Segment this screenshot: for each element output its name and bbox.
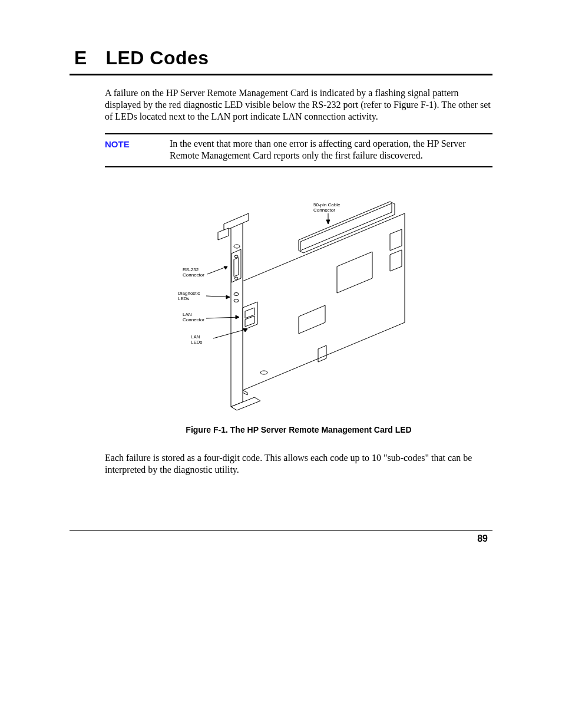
title-rule (70, 74, 492, 75)
footer-rule (70, 530, 492, 531)
figure-container: 50-pin CableConnector RS-232Connector Di… (105, 178, 492, 417)
body-content: A failure on the HP Server Remote Manage… (105, 87, 492, 476)
chapter-heading: E LED Codes (70, 47, 492, 69)
label-rs232: RS-232Connector (183, 267, 204, 278)
chapter-title-text: LED Codes (105, 47, 209, 68)
paragraph-after-figure: Each failure is stored as a four-digit c… (105, 452, 492, 476)
document-page: E LED Codes A failure on the HP Server R… (0, 0, 562, 728)
card-diagram-icon: 50-pin CableConnector RS-232Connector Di… (172, 178, 425, 414)
label-50pin-cable: 50-pin CableConnector (313, 202, 340, 213)
appendix-letter: E (74, 47, 100, 69)
note-box: NOTE In the event that more than one err… (105, 133, 492, 167)
label-lan-connector: LANConnector (183, 312, 204, 322)
page-number: 89 (477, 533, 488, 544)
label-lan-leds: LANLEDs (191, 334, 203, 345)
figure-caption: Figure F-1. The HP Server Remote Managem… (105, 425, 492, 436)
note-text: In the event that more than one error is… (170, 138, 492, 162)
intro-paragraph: A failure on the HP Server Remote Manage… (105, 87, 492, 123)
label-diagnostic-leds: DiagnosticLEDs (178, 291, 200, 301)
note-label: NOTE (105, 138, 170, 150)
svg-point-0 (260, 371, 267, 374)
